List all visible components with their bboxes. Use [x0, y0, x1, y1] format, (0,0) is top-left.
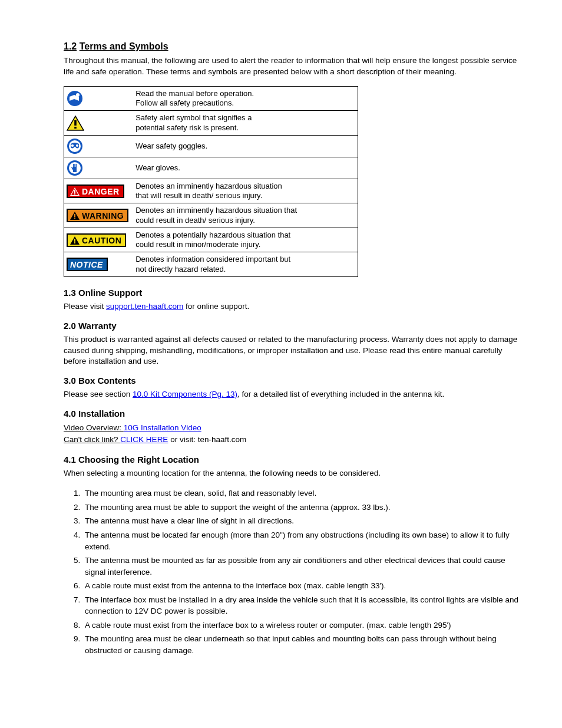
list-item: The interface box must be installed in a… [82, 594, 525, 617]
table-row: NOTICE Denotes information considered im… [64, 252, 358, 277]
row-text-a: Wear safety goggles. [135, 141, 207, 150]
list-item: The antenna must have a clear line of si… [82, 515, 525, 527]
para-3: Please see section 10.0 Kit Components (… [64, 389, 525, 400]
location-list: The mounting area must be clean, solid, … [67, 487, 525, 656]
gloves-icon [67, 160, 83, 176]
list-item: The mounting area must be able to suppor… [82, 502, 525, 513]
symbol-text: Denotes an imminently hazardous situatio… [132, 203, 358, 228]
list-item: The antenna must be located far enough (… [82, 529, 525, 552]
badge-label: DANGER [82, 187, 120, 196]
table-row: Safety alert symbol that signifies a pot… [64, 111, 358, 136]
row-text-b: could result in death/ serious injury. [135, 216, 255, 225]
row-text-a: Denotes an imminently hazardous situatio… [135, 182, 282, 190]
svg-rect-4 [74, 127, 77, 129]
list-item: The mounting area must be clean, solid, … [82, 487, 525, 499]
section-heading-1-3: 1.3 Online Support [64, 288, 525, 298]
svg-rect-24 [74, 242, 75, 243]
row-text-b: Follow all safety precautions. [135, 98, 234, 107]
svg-rect-14 [73, 170, 77, 172]
section-heading-1-2: 1.2 Terms and Symbols [64, 41, 525, 52]
para-2: This product is warranted against all de… [64, 334, 525, 368]
symbol-table: Read the manual before operation. Follow… [64, 86, 358, 277]
notice-badge: NOTICE [67, 258, 108, 271]
icon-cell [64, 86, 133, 111]
row-text-b: could result in minor/moderate injury. [135, 240, 260, 249]
table-row: Wear safety goggles. [64, 135, 358, 157]
symbol-text: Read the manual before operation. Follow… [132, 86, 358, 111]
symbol-text: Wear safety goggles. [132, 135, 358, 157]
table-row: Wear gloves. [64, 157, 358, 179]
table-row: WARNING Denotes an imminently hazardous … [64, 203, 358, 228]
symbol-text: Wear gloves. [132, 157, 358, 179]
support-link[interactable]: support.ten-haaft.com [106, 302, 183, 311]
kit-components-link[interactable]: 10.0 Kit Components (Pg. 13) [133, 390, 237, 398]
text: , for a detailed list of everything incl… [237, 390, 444, 398]
fallback-text: or visit: ten-haaft.com [170, 435, 246, 444]
text: Please see section [64, 390, 133, 398]
goggles-icon [67, 138, 83, 154]
svg-rect-21 [74, 218, 75, 219]
fallback-link[interactable]: CLICK HERE [120, 435, 168, 444]
symbol-text: Denotes a potentially hazardous situatio… [132, 228, 358, 252]
svg-point-7 [71, 144, 74, 147]
symbol-text: Safety alert symbol that signifies a pot… [132, 111, 358, 136]
list-item: The antenna must be mounted as far as po… [82, 555, 525, 578]
table-row: CAUTION Denotes a potentially hazardous … [64, 228, 358, 252]
text: Please visit [64, 302, 106, 311]
icon-cell: WARNING [64, 203, 133, 228]
section-heading-3: 3.0 Box Contents [64, 375, 525, 386]
section-heading-4: 4.0 Installation [64, 409, 525, 419]
row-text-b: potential safety risk is present. [135, 123, 239, 132]
row-text-b: not directly hazard related. [135, 265, 226, 274]
section-heading-4-1: 4.1 Choosing the Right Location [64, 454, 525, 465]
symbol-text: Denotes information considered important… [132, 252, 358, 277]
row-text-a: Wear gloves. [135, 163, 180, 172]
row-text-a: Denotes information considered important… [135, 255, 290, 263]
icon-cell: CAUTION [64, 228, 133, 252]
table-row: DANGER Denotes an imminently hazardous s… [64, 179, 358, 203]
row-text-b: that will result in death/ serious injur… [135, 191, 262, 200]
row-text-a: Denotes an imminently hazardous situatio… [135, 206, 297, 215]
text: for online support. [183, 302, 249, 311]
symbol-text: Denotes an imminently hazardous situatio… [132, 179, 358, 203]
caution-badge: CAUTION [67, 233, 126, 247]
video-link[interactable]: 10G Installation Video [124, 423, 201, 432]
para-4-1-intro: When selecting a mounting location for t… [64, 468, 525, 479]
list-item: A cable route must exist from the interf… [82, 620, 525, 631]
svg-rect-18 [74, 193, 75, 195]
section-heading-2: 2.0 Warranty [64, 321, 525, 331]
svg-rect-3 [74, 120, 77, 126]
warning-badge: WARNING [67, 209, 128, 222]
alert-tri-small-icon [70, 187, 80, 196]
icon-cell [64, 111, 133, 136]
section-intro: Throughout this manual, the following ar… [64, 55, 525, 78]
section-number: 1.2 [64, 41, 77, 51]
video-label: Video Overview: [64, 423, 124, 432]
svg-point-1 [76, 93, 80, 97]
alert-tri-icon [67, 116, 84, 131]
section-title: Terms and Symbols [80, 41, 168, 51]
list-item: A cable route must exist from the antenn… [82, 580, 525, 592]
list-item: The mounting area must be clear undernea… [82, 633, 525, 656]
svg-point-8 [76, 144, 78, 147]
svg-rect-23 [74, 239, 75, 242]
row-text-a: Denotes a potentially hazardous situatio… [135, 230, 290, 239]
badge-label: NOTICE [70, 260, 103, 269]
badge-label: CAUTION [82, 236, 121, 245]
alert-tri-small-icon [70, 236, 80, 245]
row-text-a: Safety alert symbol that signifies a [135, 113, 252, 122]
icon-cell: DANGER [64, 179, 133, 203]
icon-cell [64, 157, 133, 179]
table-row: Read the manual before operation. Follow… [64, 86, 358, 111]
icon-cell: NOTICE [64, 252, 133, 277]
fallback-label: Can't click link? [64, 435, 120, 444]
svg-rect-17 [74, 190, 75, 193]
alert-tri-small-icon [70, 212, 80, 220]
row-text-a: Read the manual before operation. [135, 89, 254, 98]
badge-label: WARNING [82, 211, 124, 220]
read-manual-icon [67, 90, 83, 107]
para-1-3: Please visit support.ten-haaft.com for o… [64, 301, 525, 312]
svg-rect-20 [74, 214, 75, 217]
page: 1.2 Terms and Symbols Throughout this ma… [0, 0, 562, 689]
icon-cell [64, 135, 133, 157]
